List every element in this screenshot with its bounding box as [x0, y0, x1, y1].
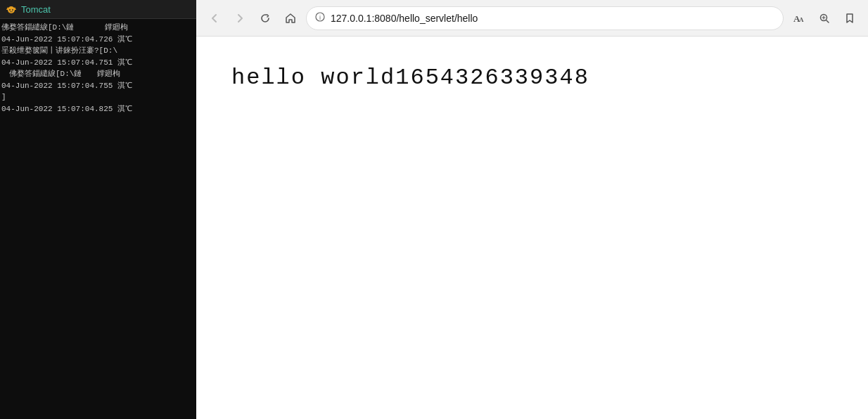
- reload-button[interactable]: [255, 8, 275, 28]
- reader-icon: A A: [793, 13, 805, 24]
- console-line: 04-Jun-2022 15:07:04.751 淇℃: [1, 57, 195, 69]
- zoom-button[interactable]: [815, 8, 834, 28]
- zoom-icon: [819, 13, 830, 24]
- forward-button[interactable]: [230, 8, 250, 28]
- svg-point-4: [12, 9, 13, 11]
- console-line: 04-Jun-2022 15:07:04.825 淇℃: [1, 103, 195, 115]
- tomcat-titlebar: Tomcat: [0, 0, 196, 19]
- console-line: 04-Jun-2022 15:07:04.755 淇℃: [1, 80, 195, 92]
- address-bar-input[interactable]: [331, 13, 774, 24]
- hello-world-text: hello world1654326339348: [231, 65, 589, 91]
- tomcat-console-output: 佛婺答錙繾綟[D:\鏈 鐣廻枸04-Jun-2022 15:07:04.726 …: [0, 19, 196, 419]
- tomcat-icon: [6, 4, 17, 15]
- svg-point-3: [9, 9, 11, 11]
- home-button[interactable]: [281, 8, 300, 28]
- bookmark-button[interactable]: [840, 8, 860, 28]
- tomcat-console-panel: Tomcat 佛婺答錙繾綟[D:\鏈 鐣廻枸04-Jun-2022 15:07:…: [0, 0, 196, 419]
- bookmark-icon: [844, 13, 855, 24]
- console-line: ]: [1, 91, 195, 103]
- console-line: 㸒殺绁婺箧閫丨讲錸扮汪褰?[D:\: [1, 45, 195, 57]
- address-bar-container: i: [306, 6, 784, 30]
- browser-panel: i A A hello world1654326339348: [196, 0, 868, 419]
- console-line: 04-Jun-2022 15:07:04.726 淇℃: [1, 34, 195, 46]
- home-icon: [285, 13, 296, 24]
- info-icon[interactable]: i: [315, 12, 325, 24]
- forward-icon: [234, 13, 245, 24]
- back-icon: [209, 13, 220, 24]
- browser-content: hello world1654326339348: [196, 37, 868, 419]
- reader-mode-button[interactable]: A A: [789, 8, 809, 28]
- console-line: 佛婺答錙繾綟[D:\鏈 鐣廻枸: [1, 68, 195, 80]
- console-line: 佛婺答錙繾綟[D:\鏈 鐣廻枸: [1, 22, 195, 34]
- back-button[interactable]: [205, 8, 224, 28]
- reload-icon: [260, 13, 271, 24]
- svg-text:i: i: [319, 14, 321, 21]
- browser-toolbar: i A A: [196, 0, 868, 37]
- svg-text:A: A: [799, 16, 804, 23]
- tomcat-title: Tomcat: [21, 4, 51, 15]
